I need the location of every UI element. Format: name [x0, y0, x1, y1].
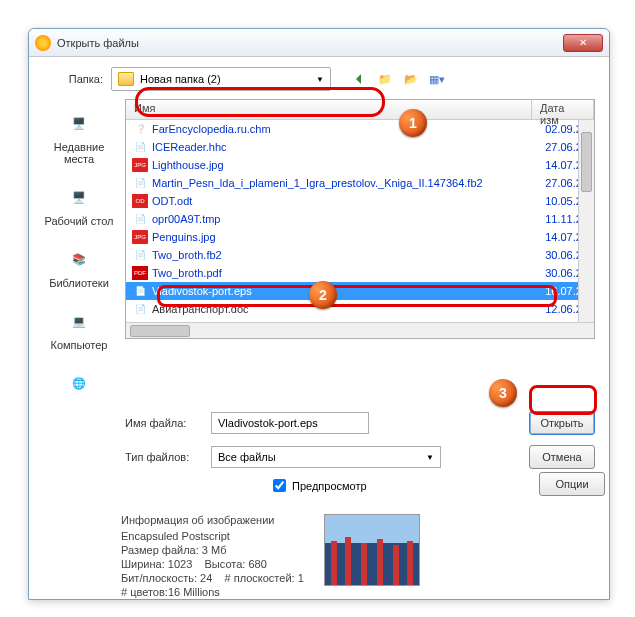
- filetype-label: Тип файлов:: [125, 451, 203, 463]
- horizontal-scrollbar[interactable]: [126, 322, 594, 338]
- column-name[interactable]: Имя: [126, 100, 532, 119]
- file-row[interactable]: 📄opr00A9T.tmp11.11.20: [126, 210, 594, 228]
- preview-thumbnail: [324, 514, 420, 586]
- scrollbar-thumb[interactable]: [581, 132, 592, 192]
- info-bitdepth: Бит/плоскость: 24 # плоскостей: 1: [121, 572, 304, 584]
- vertical-scrollbar[interactable]: [578, 120, 594, 322]
- filetype-combobox[interactable]: Все файлы ▼: [211, 446, 441, 468]
- file-name: Vladivostok-port.eps: [152, 285, 532, 297]
- tmp-icon: 📄: [132, 212, 148, 226]
- fb2-icon: 📄: [132, 248, 148, 262]
- file-name: opr00A9T.tmp: [152, 213, 532, 225]
- chevron-down-icon: ▼: [316, 75, 324, 84]
- back-button[interactable]: [349, 69, 369, 89]
- fb2-icon: 📄: [132, 176, 148, 190]
- hhc-icon: 📄: [132, 140, 148, 154]
- fb2-icon: 📄: [132, 302, 148, 316]
- recent-icon: 🖥️: [63, 107, 95, 139]
- info-filesize: Размер файла: 3 Мб: [121, 544, 304, 556]
- file-name: Авиатранспорт.doc: [152, 303, 532, 315]
- info-heading: Информация об изображении: [121, 514, 304, 526]
- chevron-down-icon: ▼: [426, 453, 434, 462]
- sidebar-computer[interactable]: 💻 Компьютер: [51, 305, 108, 351]
- file-row[interactable]: PDFTwo_broth.pdf30.06.20: [126, 264, 594, 282]
- mkv-icon: 🎞: [132, 320, 148, 322]
- file-name: Two_broth.pdf: [152, 267, 532, 279]
- libraries-icon: 📚: [63, 243, 95, 275]
- network-icon: 🌐: [63, 367, 95, 399]
- sidebar-network[interactable]: 🌐: [63, 367, 95, 401]
- file-row[interactable]: 📄Авиатранспорт.doc12.06.20: [126, 300, 594, 318]
- file-name: Martin_Pesn_lda_i_plameni_1_Igra_prestol…: [152, 177, 532, 189]
- new-folder-button[interactable]: 📂: [401, 69, 421, 89]
- filename-label: Имя файла:: [125, 417, 203, 429]
- eps-icon: 📄: [132, 284, 148, 298]
- file-name: Two_broth.fb2: [152, 249, 532, 261]
- app-icon: [35, 35, 51, 51]
- folder-combobox[interactable]: Новая папка (2) ▼: [111, 67, 331, 91]
- file-name: АКМ против М-16.mkv: [152, 321, 532, 322]
- file-row[interactable]: ❔FarEncyclopedia.ru.chm02.09.20: [126, 120, 594, 138]
- titlebar[interactable]: Открыть файлы ✕: [29, 29, 609, 57]
- file-name: Penguins.jpg: [152, 231, 532, 243]
- file-name: Lighthouse.jpg: [152, 159, 532, 171]
- file-name: FarEncyclopedia.ru.chm: [152, 123, 532, 135]
- folder-current: Новая папка (2): [140, 73, 221, 85]
- info-colors: # цветов:16 Millions: [121, 586, 304, 598]
- view-menu-button[interactable]: ▦▾: [427, 69, 447, 89]
- options-button[interactable]: Опции: [539, 472, 605, 496]
- folder-icon: [118, 72, 134, 86]
- preview-label: Предпросмотр: [292, 480, 367, 492]
- file-row[interactable]: 📄Two_broth.fb230.06.20: [126, 246, 594, 264]
- close-button[interactable]: ✕: [563, 34, 603, 52]
- file-row[interactable]: JPGPenguins.jpg14.07.20: [126, 228, 594, 246]
- window-title: Открыть файлы: [57, 37, 563, 49]
- file-name: ODT.odt: [152, 195, 532, 207]
- column-date[interactable]: Дата изм: [532, 100, 594, 119]
- file-row[interactable]: ODODT.odt10.05.20: [126, 192, 594, 210]
- file-row[interactable]: JPGLighthouse.jpg14.07.20: [126, 156, 594, 174]
- filename-input[interactable]: [211, 412, 369, 434]
- file-list: Имя Дата изм ❔FarEncyclopedia.ru.chm02.0…: [125, 99, 595, 339]
- list-header[interactable]: Имя Дата изм: [126, 100, 594, 120]
- file-row[interactable]: 🎞АКМ против М-16.mkv14.06.20: [126, 318, 594, 322]
- desktop-icon: 🖥️: [63, 181, 95, 213]
- open-file-dialog: Открыть файлы ✕ Папка: Новая папка (2) ▼…: [28, 28, 610, 600]
- jpg-icon: JPG: [132, 230, 148, 244]
- computer-icon: 💻: [63, 305, 95, 337]
- pdf-icon: PDF: [132, 266, 148, 280]
- chm-icon: ❔: [132, 122, 148, 136]
- file-row[interactable]: 📄ICEReader.hhc27.06.20: [126, 138, 594, 156]
- up-folder-button[interactable]: 📁: [375, 69, 395, 89]
- info-type: Encapsuled Postscript: [121, 530, 304, 542]
- odt-icon: OD: [132, 194, 148, 208]
- info-dimensions: Ширина: 1023 Высота: 680: [121, 558, 304, 570]
- open-button[interactable]: Открыть: [529, 411, 595, 435]
- preview-checkbox[interactable]: [273, 479, 286, 492]
- file-row[interactable]: 📄Martin_Pesn_lda_i_plameni_1_Igra_presto…: [126, 174, 594, 192]
- file-row[interactable]: 📄Vladivostok-port.eps16.07.20: [126, 282, 594, 300]
- cancel-button[interactable]: Отмена: [529, 445, 595, 469]
- places-sidebar: 🖥️ Недавние места 🖥️ Рабочий стол 📚 Библ…: [43, 99, 115, 401]
- sidebar-recent[interactable]: 🖥️ Недавние места: [43, 107, 115, 165]
- folder-label: Папка:: [43, 73, 103, 85]
- image-info: Информация об изображении Encapsuled Pos…: [121, 514, 595, 598]
- sidebar-desktop[interactable]: 🖥️ Рабочий стол: [44, 181, 113, 227]
- jpg-icon: JPG: [132, 158, 148, 172]
- sidebar-libraries[interactable]: 📚 Библиотеки: [49, 243, 109, 289]
- file-name: ICEReader.hhc: [152, 141, 532, 153]
- scrollbar-thumb[interactable]: [130, 325, 190, 337]
